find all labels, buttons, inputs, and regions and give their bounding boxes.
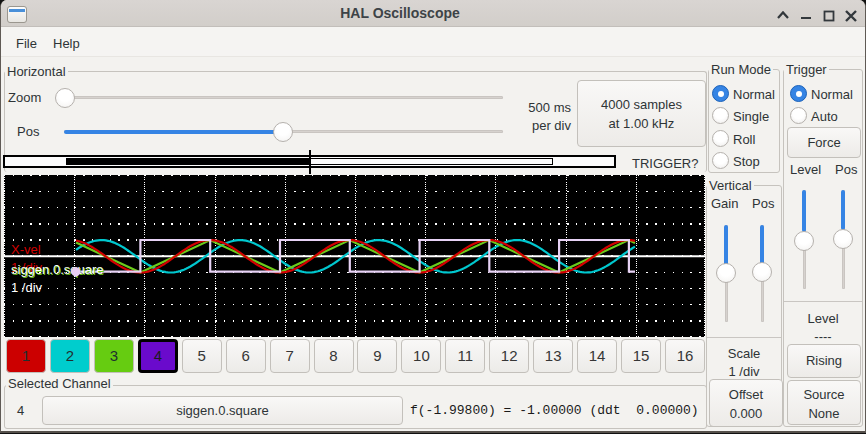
- svg-text:siggen.0.square: siggen.0.square: [11, 262, 104, 277]
- svg-text:1 /div: 1 /div: [11, 280, 43, 295]
- svg-text:X-vel: X-vel: [11, 242, 41, 257]
